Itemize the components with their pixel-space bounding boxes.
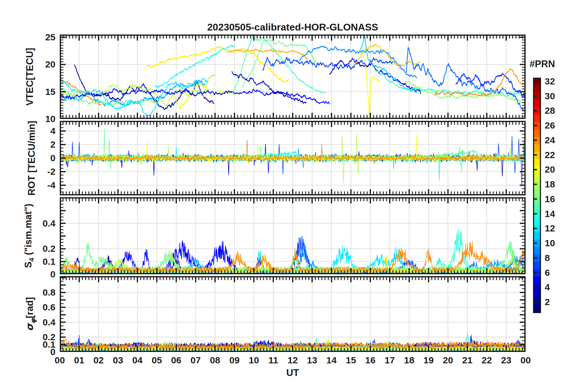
colorbar-tick-label: 16 <box>545 194 555 204</box>
x-tick-label: 21 <box>462 355 472 365</box>
x-tick-label: 13 <box>307 355 317 365</box>
colorbar <box>533 78 541 313</box>
colorbar-tick-label: 24 <box>545 135 555 145</box>
panel-rot <box>60 121 526 195</box>
x-tick-label: 06 <box>171 355 181 365</box>
s4-label-sub: 4 <box>28 258 35 261</box>
colorbar-tick-label: 8 <box>545 253 550 263</box>
s4-label-rest: ("ism.mat") <box>23 204 34 258</box>
x-tick-label: 05 <box>152 355 162 365</box>
x-tick-label: 16 <box>365 355 375 365</box>
x-tick-label: 20 <box>443 355 453 365</box>
x-tick-label: 10 <box>249 355 259 365</box>
sigma-phi-y-axis-label: σφ[rad] <box>24 297 37 331</box>
sigma-label-main: σ <box>24 324 35 331</box>
rot-plot-canvas <box>60 121 526 195</box>
y-tick-label: 2 <box>50 139 55 150</box>
sigma-phi-plot-canvas <box>60 276 526 352</box>
x-tick-label: 22 <box>482 355 492 365</box>
x-tick-label: 07 <box>190 355 201 365</box>
y-tick-label: 4 <box>50 126 55 136</box>
colorbar-tick-label: 4 <box>545 282 550 292</box>
sigma-label-sub: φ <box>29 318 37 324</box>
y-tick-label: 25 <box>45 32 55 43</box>
y-tick-label: 15 <box>45 87 55 97</box>
x-tick-label: 02 <box>93 355 104 365</box>
colorbar-title: #PRN <box>521 59 564 70</box>
x-tick-label: 00 <box>55 355 65 365</box>
y-tick-label: 0.4 <box>43 317 55 328</box>
y-tick-label: 20 <box>45 59 55 70</box>
colorbar-tick-label: 26 <box>545 120 555 131</box>
colorbar-tick-label: 22 <box>545 150 555 160</box>
vtec-plot-canvas <box>60 35 526 119</box>
colorbar-tick-label: 32 <box>545 76 555 87</box>
sigma-label-rest: [rad] <box>24 297 35 318</box>
x-tick-label: 11 <box>268 355 278 365</box>
x-tick-label: 15 <box>346 355 356 365</box>
vtec-y-axis-label: VTEC[TECU] <box>24 48 35 106</box>
y-tick-label: 0.2 <box>43 243 55 254</box>
s4-y-axis-label: S4 ("ism.mat") <box>23 204 35 268</box>
panel-s4 <box>60 197 526 274</box>
x-tick-label: 00 <box>520 355 531 365</box>
panel-sigma-phi <box>60 276 526 352</box>
x-tick-label: 12 <box>287 355 298 365</box>
figure: 20230505-calibrated-HOR-GLONASS VTEC[TEC… <box>0 0 586 392</box>
y-tick-label: 0 <box>50 269 55 280</box>
s4-plot-canvas <box>60 197 526 274</box>
y-tick-label: 0.2 <box>43 332 55 342</box>
colorbar-tick-label: 18 <box>545 179 555 190</box>
colorbar-tick-label: 10 <box>545 238 555 248</box>
x-tick-label: 17 <box>385 355 395 365</box>
rot-y-axis-label: ROT [TECU/min] <box>26 121 37 196</box>
x-tick-label: 08 <box>210 355 220 365</box>
x-tick-label: 14 <box>326 355 336 365</box>
panel-vtec <box>60 35 526 119</box>
colorbar-tick-label: 2 <box>545 297 550 307</box>
x-tick-label: 09 <box>229 355 239 365</box>
colorbar-tick-label: 20 <box>545 164 555 175</box>
colorbar-tick-label: 14 <box>545 209 555 219</box>
x-tick-label: 23 <box>501 355 511 365</box>
chart-title: 20230505-calibrated-HOR-GLONASS <box>60 22 526 33</box>
y-tick-label: -2 <box>47 166 55 177</box>
s4-label-main: S <box>23 262 34 268</box>
y-tick-label: 10 <box>45 114 55 124</box>
colorbar-tick-label: 12 <box>545 223 555 234</box>
colorbar-tick-label: 28 <box>545 105 555 116</box>
x-tick-label: 03 <box>113 355 123 365</box>
y-tick-label: 0.6 <box>43 302 55 312</box>
colorbar-tick-label: 6 <box>545 267 550 278</box>
x-axis-label: UT <box>60 367 526 378</box>
x-tick-label: 18 <box>404 355 414 365</box>
y-tick-label: -4 <box>47 180 55 190</box>
x-tick-label: 01 <box>74 355 84 365</box>
x-tick-label: 04 <box>132 355 142 365</box>
y-tick-label: 0.1 <box>43 256 55 267</box>
colorbar-tick-label: 30 <box>545 91 555 101</box>
y-tick-label: 0 <box>50 153 55 163</box>
x-tick-label: 19 <box>423 355 433 365</box>
y-tick-label: 0.8 <box>43 287 55 298</box>
y-tick-label: 0.4 <box>43 218 55 229</box>
